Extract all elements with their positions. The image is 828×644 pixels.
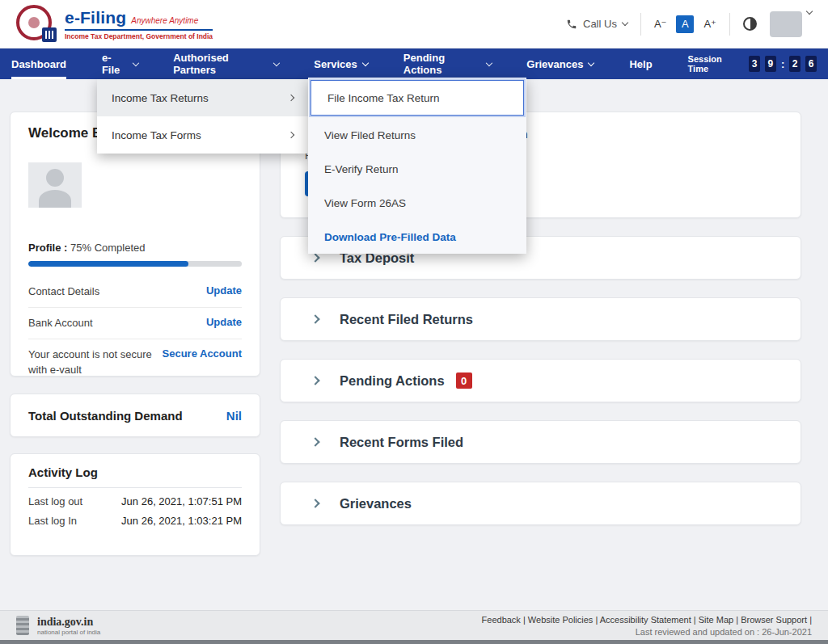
phone-icon xyxy=(566,19,577,30)
nav-label: Dashboard xyxy=(11,58,66,70)
menu-item-label: View Filed Returns xyxy=(324,129,416,141)
last-logout-row: Last log out Jun 26, 2021, 1:07:51 PM xyxy=(28,488,242,507)
footer-links[interactable]: Feedback | Website Policies | Accessibil… xyxy=(482,615,812,625)
nav-grievances[interactable]: Grievances xyxy=(526,48,594,79)
chevron-right-icon xyxy=(310,253,319,262)
chevron-right-icon xyxy=(288,132,294,138)
chevron-right-icon xyxy=(310,376,319,385)
profile-completion: Profile : 75% Completed xyxy=(28,242,242,254)
accordion-recent-forms-filed[interactable]: Recent Forms Filed xyxy=(280,420,801,464)
session-timer: Session Time 3 9 : 2 6 xyxy=(688,48,817,79)
menu-item-label: Income Tax Forms xyxy=(112,129,201,141)
profile-progress-fill xyxy=(28,261,188,267)
menu-item-label: File Income Tax Return xyxy=(327,92,440,104)
menu-everify-return[interactable]: E-Verify Return xyxy=(308,152,526,186)
footer-updated-text: Last reviewed and updated on : 26-Jun-20… xyxy=(482,627,812,637)
accordion-recent-filed-returns[interactable]: Recent Filed Returns xyxy=(280,297,801,341)
accordion-title: Recent Forms Filed xyxy=(340,435,463,450)
accordion-pending-actions[interactable]: Pending Actions 0 xyxy=(280,359,801,402)
header: e-Filing Anywhere Anytime Income Tax Dep… xyxy=(0,0,828,48)
outstanding-demand-value[interactable]: Nil xyxy=(226,409,242,423)
session-digit: 9 xyxy=(765,56,776,72)
menu-item-label: Download Pre-Filled Data xyxy=(324,231,456,243)
user-menu[interactable] xyxy=(770,11,812,37)
chevron-right-icon xyxy=(288,95,294,101)
evault-label: Your account is not secure with e-vault xyxy=(28,347,162,377)
update-contact-link[interactable]: Update xyxy=(206,284,242,297)
bank-account-label: Bank Account xyxy=(28,316,93,330)
india-gov-emblem-icon xyxy=(16,616,29,635)
secure-account-link[interactable]: Secure Account xyxy=(163,347,243,360)
footer-info: Feedback | Website Policies | Accessibil… xyxy=(482,615,812,637)
menu-item-label: View Form 26AS xyxy=(324,197,406,209)
profile-value: 75% Completed xyxy=(70,242,146,254)
ashoka-pillar-icon xyxy=(42,27,57,42)
nav-dashboard[interactable]: Dashboard xyxy=(11,48,66,79)
chevron-right-icon xyxy=(310,314,319,323)
chevron-down-icon xyxy=(485,59,492,65)
footer-brand: india.gov.in national portal of india xyxy=(16,616,100,636)
menu-view-filed-returns[interactable]: View Filed Returns xyxy=(308,118,526,152)
chevron-down-icon xyxy=(622,19,628,26)
accordion-title: Grievances xyxy=(340,496,412,511)
nav-efile[interactable]: e-File xyxy=(102,48,137,79)
menu-download-prefilled-data[interactable]: Download Pre-Filled Data xyxy=(308,220,526,254)
header-actions: Call Us A⁻ A A⁺ xyxy=(566,11,812,37)
bank-account-row: Bank Account Update xyxy=(28,307,242,339)
chevron-right-icon xyxy=(310,499,319,507)
nav-help[interactable]: Help xyxy=(629,48,652,79)
last-login-label: Last log In xyxy=(28,515,77,527)
activity-log-title: Activity Log xyxy=(28,465,242,488)
avatar[interactable] xyxy=(770,11,802,37)
contrast-toggle-icon[interactable] xyxy=(743,17,757,31)
update-bank-link[interactable]: Update xyxy=(206,316,242,328)
menu-income-tax-returns[interactable]: Income Tax Returns xyxy=(97,79,308,116)
efiling-portal-page: e-Filing Anywhere Anytime Income Tax Dep… xyxy=(0,0,828,644)
chevron-down-icon xyxy=(806,7,813,14)
brand-tagline: Anywhere Anytime xyxy=(131,16,198,25)
income-tax-returns-submenu: File Income Tax Return View Filed Return… xyxy=(308,78,526,254)
evault-row: Your account is not secure with e-vault … xyxy=(28,339,242,385)
menu-view-form-26as[interactable]: View Form 26AS xyxy=(308,186,526,220)
accordion-title: Recent Filed Returns xyxy=(340,312,473,327)
national-emblem-logo xyxy=(16,5,55,44)
india-gov-link[interactable]: india.gov.in xyxy=(37,616,100,629)
profile-label: Profile : xyxy=(28,242,67,254)
call-us-button[interactable]: Call Us xyxy=(566,18,627,30)
chevron-down-icon xyxy=(588,59,594,65)
font-increase-button[interactable]: A⁺ xyxy=(703,18,716,30)
activity-log-card: Activity Log Last log out Jun 26, 2021, … xyxy=(10,453,260,556)
last-logout-label: Last log out xyxy=(28,495,82,507)
accordion-title: Pending Actions xyxy=(340,373,445,389)
menu-file-income-tax-return[interactable]: File Income Tax Return xyxy=(310,80,524,116)
last-login-row: Last log In Jun 26, 2021, 1:03:21 PM xyxy=(28,507,242,527)
menu-item-label: Income Tax Returns xyxy=(112,92,209,104)
menu-income-tax-forms[interactable]: Income Tax Forms xyxy=(97,116,308,154)
divider xyxy=(729,13,730,36)
nav-label: Pending Actions xyxy=(403,52,481,76)
chevron-right-icon xyxy=(310,437,319,446)
contact-details-label: Contact Details xyxy=(28,284,99,299)
main-nav: Dashboard e-File Authorised Partners Ser… xyxy=(0,48,828,79)
nav-label: Authorised Partners xyxy=(173,52,268,76)
session-digit: 2 xyxy=(789,56,801,72)
font-size-controls: A⁻ A A⁺ xyxy=(654,15,716,33)
accordion-grievances[interactable]: Grievances xyxy=(280,482,801,525)
avatar-head xyxy=(46,169,64,187)
chevron-down-icon xyxy=(132,59,138,65)
nav-label: Services xyxy=(314,58,357,70)
nav-label: e-File xyxy=(102,52,128,76)
chevron-down-icon xyxy=(272,59,279,65)
font-default-button[interactable]: A xyxy=(676,15,694,33)
nav-services[interactable]: Services xyxy=(314,48,368,79)
nav-label: Grievances xyxy=(526,58,583,70)
chevron-down-icon xyxy=(362,59,369,65)
efile-dropdown: Income Tax Returns Income Tax Forms xyxy=(97,79,308,154)
nav-pending-actions[interactable]: Pending Actions xyxy=(403,48,492,79)
outstanding-demand-label: Total Outstanding Demand xyxy=(28,409,183,423)
footer: india.gov.in national portal of india Fe… xyxy=(0,610,828,640)
font-decrease-button[interactable]: A⁻ xyxy=(654,18,667,30)
nav-authorised-partners[interactable]: Authorised Partners xyxy=(173,48,278,79)
session-label: Session Time xyxy=(688,54,741,74)
profile-rows: Contact Details Update Bank Account Upda… xyxy=(28,276,242,385)
